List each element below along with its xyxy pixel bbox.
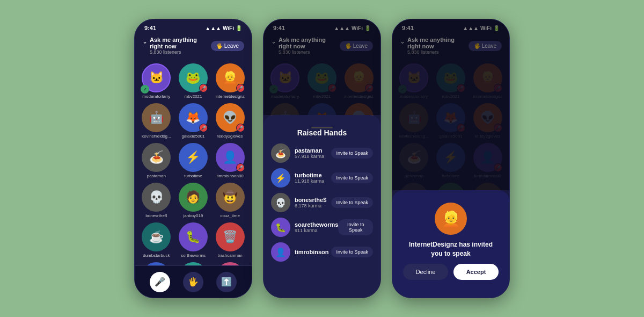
invited-avatar: 👱 [435, 203, 467, 235]
raised-hands-title: Raised Hands [271, 128, 373, 137]
speaker-item[interactable]: 👽🎤teddy2gloves [214, 103, 246, 139]
bottom-bar-1: 🎤 🖐️ ⬆️ [135, 265, 252, 298]
speaker-item[interactable]: 🐛sortheworms [177, 222, 210, 258]
muted-badge: 🎤 [199, 124, 208, 132]
speakers-grid-1: 🐱✓moderatorlarry🐸🎤mbv2021👱🎤internetdesig… [135, 59, 252, 298]
hand-avatar: 👤 [271, 242, 290, 262]
muted-badge: 🎤 [236, 124, 245, 132]
room-title-area-1: ⌄ Ask me anything right now 5,830 listen… [142, 37, 211, 55]
speaker-name: galaxie5001 [181, 134, 204, 139]
speaker-name: dumbstarbuck [143, 253, 170, 258]
moderator-badge: ✓ [141, 85, 149, 93]
muted-badge: 🎤 [236, 84, 245, 92]
speaker-name: timrobinson00 [217, 174, 244, 178]
raise-hand-button[interactable]: 🖐️ [183, 272, 203, 292]
status-icons-1: ▲▲▲ WiFi 🔋 [205, 25, 242, 31]
accept-button[interactable]: Accept [453, 264, 499, 280]
decline-button[interactable]: Decline [403, 264, 448, 280]
invite-to-speak-button[interactable]: Invite to Speak [338, 219, 373, 235]
speaker-name: bonesrthe$ [145, 213, 167, 218]
battery-icon: 🔋 [236, 25, 242, 31]
share-button[interactable]: ⬆️ [216, 272, 237, 292]
hand-item: 💀bonesrthe$6,178 karmaInvite to Speak [271, 193, 373, 212]
time-1: 9:41 [144, 25, 156, 31]
status-bar-1: 9:41 ▲▲▲ WiFi 🔋 [135, 19, 252, 33]
leave-button-1[interactable]: 🖐️ Leave [211, 41, 244, 51]
invite-to-speak-panel: 👱 InternetDesignz has invited you to spe… [392, 190, 509, 298]
muted-badge: 🎤 [199, 84, 208, 92]
speaker-name: internetdesignz [216, 94, 245, 99]
hand-karma: 6,178 karma [295, 203, 326, 208]
speaker-item[interactable]: 🗑️trashcanman [214, 222, 246, 258]
phone-3: 9:41 ▲▲▲ WiFi 🔋 ⌄ Ask me anything right … [392, 19, 510, 298]
speaker-name: turbotime [184, 174, 202, 178]
invite-to-speak-button[interactable]: Invite to Speak [331, 247, 373, 257]
speaker-name: teddy2gloves [217, 134, 243, 139]
chevron-down-icon[interactable]: ⌄ [142, 38, 148, 45]
wifi-icon: WiFi [223, 25, 234, 31]
invite-to-speak-button[interactable]: Invite to Speak [331, 148, 373, 158]
signal-icon: ▲▲▲ [205, 25, 221, 31]
hand-item: 🍝pastaman57,918 karmaInvite to Speak [271, 143, 373, 163]
invite-message: InternetDesignz has invited you to speak [403, 240, 499, 258]
leave-icon-1: 🖐️ [216, 43, 223, 49]
phone-2: 9:41 ▲▲▲ WiFi 🔋 ⌄ Ask me anything right … [263, 19, 381, 298]
speaker-name: kevinshieldsg... [142, 134, 171, 139]
room-name-1: Ask me anything right now [150, 37, 211, 49]
raised-hands-list: 🍝pastaman57,918 karmaInvite to Speak⚡tur… [271, 143, 373, 262]
hand-avatar: 🐛 [271, 218, 290, 237]
speaker-item[interactable]: 🐱✓moderatorlarry [140, 63, 173, 99]
hand-username: turbotime [295, 172, 324, 178]
hand-username: soaretheworms [295, 221, 338, 228]
speaker-item[interactable]: 🤖kevinshieldsg... [140, 103, 173, 139]
speaker-name: sortheworms [181, 253, 206, 258]
speaker-item[interactable]: 🍝pastaman [140, 143, 173, 178]
room-listeners-1: 5,830 listeners [150, 49, 211, 55]
speaker-name: mbv2021 [185, 94, 202, 99]
invite-to-speak-button[interactable]: Invite to Speak [331, 172, 373, 183]
hand-karma: 911 karma [295, 228, 338, 233]
hand-item: 🐛soaretheworms911 karmaInvite to Speak [271, 218, 373, 237]
speaker-name: trashcanman [218, 253, 243, 258]
speaker-name: moderatorlarry [142, 94, 170, 99]
speaker-name: pastaman [147, 174, 166, 178]
hand-karma: 11,918 karma [295, 178, 324, 184]
hand-username: bonesrthe$ [295, 197, 326, 203]
speaker-item[interactable]: 👤🎤timrobinson00 [214, 143, 246, 178]
mic-button[interactable]: 🎤 [150, 272, 170, 292]
room-header-1: ⌄ Ask me anything right now 5,830 listen… [135, 33, 252, 59]
speaker-item[interactable]: ⚡turbotime [177, 143, 210, 178]
hand-avatar: 🍝 [271, 143, 290, 163]
speaker-item[interactable]: 🧑janboy019 [177, 183, 210, 218]
speaker-item[interactable]: 🦊🎤galaxie5001 [177, 103, 210, 139]
dim-overlay-3 [392, 19, 509, 190]
speaker-name: janboy019 [184, 213, 203, 218]
hand-avatar: ⚡ [271, 168, 290, 188]
phone-1: 9:41 ▲▲▲ WiFi 🔋 ⌄ Ask me anything right … [134, 19, 252, 298]
speaker-item[interactable]: 💀bonesrthe$ [140, 183, 173, 218]
invite-actions: Decline Accept [403, 264, 499, 280]
hand-karma: 57,918 karma [295, 154, 324, 159]
hand-username: timrobinson [295, 249, 329, 255]
room-title-group: Ask me anything right now 5,830 listener… [150, 37, 211, 55]
raised-hands-panel: Raised Hands 🍝pastaman57,918 karmaInvite… [264, 115, 380, 298]
hand-item: 👤timrobinsonInvite to Speak [271, 242, 373, 262]
hand-item: ⚡turbotime11,918 karmaInvite to Speak [271, 168, 373, 188]
invite-to-speak-button[interactable]: Invite to Speak [331, 197, 373, 208]
muted-badge: 🎤 [236, 163, 245, 172]
speaker-item[interactable]: ☕dumbstarbuck [140, 222, 173, 258]
speaker-item[interactable]: 🐸🎤mbv2021 [177, 63, 210, 99]
speaker-item[interactable]: 🤠couz_time [214, 183, 246, 218]
hand-avatar: 💀 [271, 193, 290, 212]
hand-username: pastaman [295, 147, 324, 154]
speaker-item[interactable]: 👱🎤internetdesignz [214, 63, 246, 99]
dim-overlay-2 [264, 19, 380, 115]
speaker-name: couz_time [220, 213, 239, 218]
